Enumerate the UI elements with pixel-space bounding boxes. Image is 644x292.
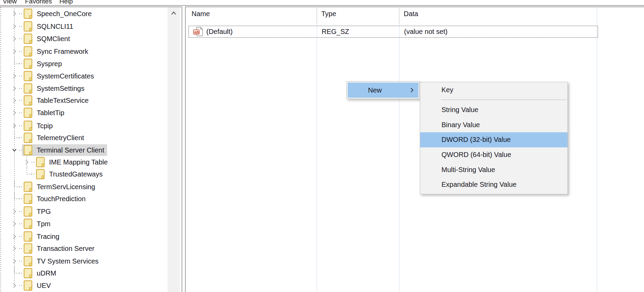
tree-item-trustedgateways[interactable]: TrustedGateways (0, 168, 165, 180)
chevron-right-icon[interactable] (22, 156, 32, 168)
column-header-name[interactable]: Name (192, 10, 210, 18)
tree-item-tv-system-services[interactable]: TV System Services (0, 255, 165, 267)
chevron-right-icon[interactable] (10, 8, 19, 20)
folder-icon (23, 256, 34, 267)
menu-view[interactable]: View (3, 0, 17, 5)
folder-icon (23, 71, 34, 82)
tree-item-touchprediction[interactable]: TouchPrediction (0, 193, 165, 205)
folder-icon (23, 107, 34, 118)
tree-item-systemcertificates[interactable]: SystemCertificates (0, 70, 165, 82)
chevron-up-icon (170, 10, 177, 17)
submenu-item-qword-64bit-value[interactable]: QWORD (64-bit) Value (420, 147, 567, 162)
tree-item-transaction-server[interactable]: Transaction Server (0, 242, 165, 255)
menubar-separator (0, 5, 644, 6)
value-list-pane: Name Type Data ab (Default) REG_SZ (valu… (185, 7, 644, 292)
tree-item-tabletextservice[interactable]: TableTextService (0, 94, 165, 107)
context-menu-item-new[interactable]: New (348, 83, 418, 98)
tree-item-systemsettings[interactable]: SystemSettings (0, 82, 165, 95)
chevron-right-icon[interactable] (10, 82, 19, 95)
registry-tree-pane: Speech_OneCore SQLNCLI11 SQMClient Sync … (0, 7, 182, 292)
tree-item-tracing[interactable]: Tracing (0, 230, 165, 243)
chevron-right-icon[interactable] (10, 120, 19, 132)
chevron-right-icon[interactable] (10, 70, 19, 82)
tree-item-sync-framework[interactable]: Sync Framework (0, 45, 165, 58)
tree-item-terminal-server-client[interactable]: Terminal Server Client (0, 144, 165, 156)
folder-icon (35, 169, 46, 180)
tree-item-tpm[interactable]: Tpm (0, 218, 165, 230)
folder-icon (23, 181, 34, 192)
menu-separator (441, 99, 566, 100)
chevron-right-icon[interactable] (10, 205, 19, 218)
submenu-item-key[interactable]: Key (420, 83, 567, 97)
column-header-separator[interactable] (399, 9, 400, 24)
folder-icon (23, 193, 34, 204)
column-gridline (597, 7, 597, 292)
folder-icon (23, 58, 34, 69)
submenu-item-string-value[interactable]: String Value (420, 102, 567, 118)
folder-icon (23, 33, 34, 44)
folder-icon (35, 157, 46, 168)
regedit-window: View Favorites Help Speech_OneCore SQLNC… (0, 0, 644, 292)
folder-icon (23, 243, 34, 254)
folder-icon (23, 46, 34, 57)
chevron-right-icon[interactable] (10, 33, 19, 45)
column-header-separator[interactable] (317, 9, 317, 24)
tree-item-telemetryclient[interactable]: TelemetryClient (0, 132, 165, 144)
chevron-right-icon[interactable] (10, 94, 19, 107)
tree-connector (10, 193, 19, 205)
folder-icon (23, 268, 34, 279)
tree-item-uev[interactable]: UEV (0, 279, 165, 292)
folder-icon (23, 21, 34, 32)
value-type: REG_SZ (322, 28, 349, 36)
folder-icon (23, 132, 34, 143)
tree-item-speech-onecore[interactable]: Speech_OneCore (0, 8, 165, 20)
tree-item-termservlicensing[interactable]: TermServLicensing (0, 181, 165, 193)
column-header-data[interactable]: Data (404, 10, 418, 18)
folder-icon (23, 8, 34, 19)
value-name: (Default) (206, 28, 233, 36)
folder-icon (23, 218, 34, 229)
svg-text:ab: ab (194, 30, 199, 35)
submenu-item-expandable-string-value[interactable]: Expandable String Value (420, 177, 567, 192)
chevron-right-icon[interactable] (10, 20, 19, 33)
tree-item-sqlncli11[interactable]: SQLNCLI11 (0, 20, 165, 33)
column-gridline (399, 7, 400, 292)
tree-connector (10, 58, 19, 70)
chevron-right-icon[interactable] (10, 230, 19, 243)
tree-item-sqmclient[interactable]: SQMClient (0, 33, 165, 45)
context-menu: New (346, 81, 420, 99)
tree-vertical-scrollbar[interactable] (168, 7, 180, 292)
tree-item-udrm[interactable]: uDRM (0, 267, 165, 279)
chevron-right-icon[interactable] (10, 45, 19, 58)
submenu-item-binary-value[interactable]: Binary Value (420, 118, 567, 133)
chevron-right-icon[interactable] (10, 242, 19, 255)
tree-item-ime-mapping-table[interactable]: IME Mapping Table (0, 156, 165, 168)
tree-item-tcpip[interactable]: Tcpip (0, 120, 165, 132)
folder-icon (23, 83, 34, 94)
tree-item-sysprep[interactable]: Sysprep (0, 58, 165, 70)
submenu-item-multi-string-value[interactable]: Multi-String Value (420, 162, 567, 177)
tree-connector (10, 267, 19, 279)
tree-connector (10, 181, 19, 193)
submenu-arrow-icon (410, 87, 414, 93)
tree-item-tpg[interactable]: TPG (0, 205, 165, 218)
folder-icon (23, 95, 34, 106)
chevron-right-icon[interactable] (10, 218, 19, 230)
tree-connector (10, 132, 19, 144)
menu-help[interactable]: Help (59, 0, 73, 5)
chevron-right-icon[interactable] (10, 279, 19, 292)
submenu-item-dword-32bit-value[interactable]: DWORD (32-bit) Value (420, 132, 567, 147)
chevron-right-icon[interactable] (10, 107, 19, 119)
folder-icon (23, 120, 34, 131)
folder-icon (23, 231, 34, 242)
menu-favorites[interactable]: Favorites (25, 0, 52, 5)
folder-icon (23, 206, 34, 217)
tree-connector (22, 168, 32, 180)
column-header-type[interactable]: Type (321, 10, 336, 18)
chevron-right-icon[interactable] (10, 255, 19, 267)
tree-item-tablettip[interactable]: TabletTip (0, 107, 165, 119)
chevron-down-icon[interactable] (10, 144, 19, 156)
folder-icon (23, 145, 34, 156)
value-row-default[interactable]: ab (Default) REG_SZ (value not set) (188, 26, 598, 38)
scroll-up-button[interactable] (168, 7, 180, 20)
